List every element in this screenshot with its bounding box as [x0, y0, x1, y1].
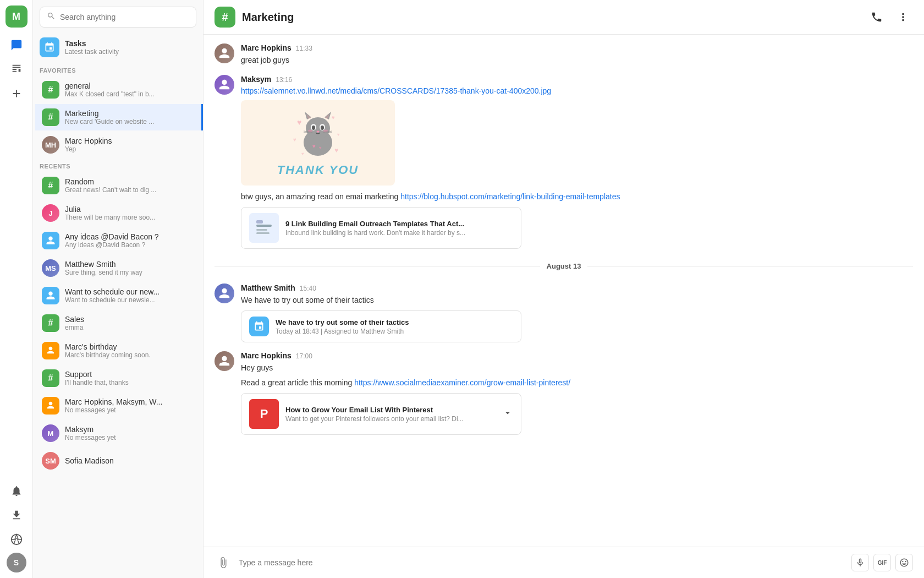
task-card[interactable]: We have to try out some of their tactics… [241, 310, 521, 342]
tasks-item[interactable]: Tasks Latest task activity [33, 32, 203, 63]
marc-avatar-1 [215, 43, 234, 63]
marc-hopkins-avatar: MH [42, 136, 59, 154]
message-group-marc1: Marc Hopkins 11:33 great job guys [215, 43, 913, 66]
marcs-birthday-preview: Marc's birthday coming soon. [65, 351, 194, 359]
message-header-marc2: Marc Hopkins 17:00 [241, 351, 913, 360]
emoji-button[interactable] [895, 554, 913, 571]
link-preview-card[interactable]: 9 Link Building Email Outreach Templates… [241, 207, 521, 249]
search-input-wrap[interactable] [40, 7, 196, 28]
svg-point-16 [321, 126, 324, 130]
message-author-matthew: Matthew Smith [241, 283, 295, 292]
message-author-maksym: Maksym [241, 75, 271, 84]
maksym-message-content: Maksym 13:16 https://salemnet.vo.llnwd.n… [241, 75, 913, 249]
notifications-icon[interactable] [6, 480, 28, 502]
recents-header: RECENTS [33, 159, 203, 172]
svg-rect-27 [256, 225, 272, 227]
gif-button[interactable]: GIF [873, 554, 891, 571]
tasks-title: Tasks [65, 39, 119, 48]
link-preview-title: 9 Link Building Email Outreach Templates… [285, 220, 465, 228]
download-icon[interactable] [6, 504, 28, 526]
chat-icon[interactable] [6, 34, 28, 56]
maksym-info: Maksym No messages yet [65, 425, 194, 441]
expand-preview-button[interactable] [502, 407, 513, 421]
general-channel-preview: Max K closed card "test" in b... [65, 90, 194, 98]
message-header-marc1: Marc Hopkins 11:33 [241, 43, 913, 52]
pinterest-thumb: P [249, 399, 279, 429]
marc-hopkins-name: Marc Hopkins [65, 137, 194, 145]
want-schedule-preview: Want to schedule our newsle... [65, 296, 194, 304]
julia-avatar: J [42, 204, 59, 222]
link-preview-info: 9 Link Building Email Outreach Templates… [285, 220, 465, 237]
want-schedule-name: Want to schedule our new... [65, 287, 194, 296]
message-time-marc2: 17:00 [296, 352, 312, 360]
btw-message: btw guys, an amazing read on emai market… [241, 191, 913, 203]
chat-title: Marketing [242, 11, 294, 24]
sidebar-item-marc-hopkins[interactable]: MH Marc Hopkins Yep [35, 132, 201, 158]
date-divider-text: August 13 [547, 262, 581, 270]
marcs-birthday-icon [42, 342, 59, 359]
phone-button[interactable] [867, 7, 887, 27]
message-text-marc1: great job guys [241, 54, 913, 66]
matthew-message-content: Matthew Smith 15:40 We have to try out s… [241, 283, 913, 342]
svg-text:♥: ♥ [301, 151, 304, 156]
support-name: Support [65, 370, 194, 379]
search-bar [33, 0, 203, 32]
pinterest-link[interactable]: https://www.socialmediaexaminer.com/grow… [354, 378, 570, 387]
sidebar-item-marcs-birthday[interactable]: Marc's birthday Marc's birthday coming s… [35, 337, 201, 364]
date-divider: August 13 [215, 262, 913, 270]
sidebar-item-maksym[interactable]: M Maksym No messages yet [35, 420, 201, 446]
message-input[interactable] [239, 558, 845, 567]
tasks-icon [40, 37, 59, 57]
marc-hopkins-preview: Yep [65, 145, 194, 153]
tasks-subtitle: Latest task activity [65, 48, 119, 56]
more-options-button[interactable] [893, 7, 913, 27]
voice-button[interactable] [851, 554, 869, 571]
link-preview-thumb [249, 213, 279, 243]
sidebar-item-sales[interactable]: # Sales emma [35, 310, 201, 336]
pinterest-preview-card[interactable]: P How to Grow Your Email List With Pinte… [241, 393, 521, 435]
sidebar-item-support[interactable]: # Support I'll handle that, thanks [35, 365, 201, 391]
marc-message-content-2: Marc Hopkins 17:00 Hey guys Read a great… [241, 351, 913, 435]
task-card-info: We have to try out some of their tactics… [276, 318, 409, 335]
sidebar-item-marc-grp[interactable]: Marc Hopkins, Maksym, W... No messages y… [35, 392, 201, 419]
sidebar-item-david-bacon[interactable]: Any ideas @David Bacon ? Any ideas @Davi… [35, 227, 201, 254]
maksym-image-link[interactable]: https://salemnet.vo.llnwd.net/media/cms/… [241, 86, 551, 95]
svg-text:♥: ♥ [319, 145, 322, 150]
sidebar-item-matthew-smith[interactable]: MS Matthew Smith Sure thing, send it my … [35, 255, 201, 281]
sidebar-item-want-schedule[interactable]: Want to schedule our new... Want to sche… [35, 282, 201, 309]
user-avatar-bottom[interactable]: S [7, 553, 26, 572]
message-time-marc1: 11:33 [296, 45, 312, 52]
sidebar-item-sofia-madison[interactable]: SM Sofia Madison [35, 448, 201, 474]
sidebar-item-general[interactable]: # general Max K closed card "test" in b.… [35, 77, 201, 103]
sales-info: Sales emma [65, 315, 194, 331]
svg-rect-30 [256, 220, 263, 223]
thank-you-image: ♥ ♥ ♥ ♥ ♥ ♥ [241, 100, 395, 186]
svg-text:♥: ♥ [297, 118, 301, 127]
svg-rect-26 [253, 217, 275, 239]
general-channel-icon: # [42, 81, 59, 99]
app-avatar[interactable]: M [6, 6, 28, 28]
marc-message-content-1: Marc Hopkins 11:33 great job guys [241, 43, 913, 66]
search-input[interactable] [60, 13, 189, 21]
message-input-area: GIF [204, 547, 924, 578]
chat-header-actions [867, 7, 913, 27]
general-channel-info: general Max K closed card "test" in b... [65, 81, 194, 98]
matthew-smith-info: Matthew Smith Sure thing, send it my way [65, 260, 194, 276]
random-info: Random Great news! Can't wait to dig ... [65, 177, 194, 194]
general-channel-name: general [65, 81, 194, 90]
sidebar-item-julia[interactable]: J Julia There will be many more soo... [35, 200, 201, 226]
message-text-marc2a: Hey guys [241, 362, 913, 374]
contacts-icon[interactable] [6, 58, 28, 80]
message-header-matthew: Matthew Smith 15:40 [241, 283, 913, 292]
input-actions: GIF [851, 554, 913, 571]
sidebar-item-random[interactable]: # Random Great news! Can't wait to dig .… [35, 172, 201, 199]
sidebar-item-marketing[interactable]: # Marketing New card 'Guide on website .… [35, 104, 203, 130]
soccer-icon[interactable] [6, 528, 28, 550]
add-icon[interactable] [6, 83, 28, 105]
hubspot-link[interactable]: https://blog.hubspot.com/marketing/link-… [400, 192, 620, 201]
message-time-matthew: 15:40 [300, 285, 316, 292]
marketing-channel-icon: # [42, 108, 59, 126]
svg-text:♥: ♥ [332, 114, 335, 121]
attach-button[interactable] [215, 554, 232, 571]
matthew-msg-avatar [215, 283, 234, 303]
